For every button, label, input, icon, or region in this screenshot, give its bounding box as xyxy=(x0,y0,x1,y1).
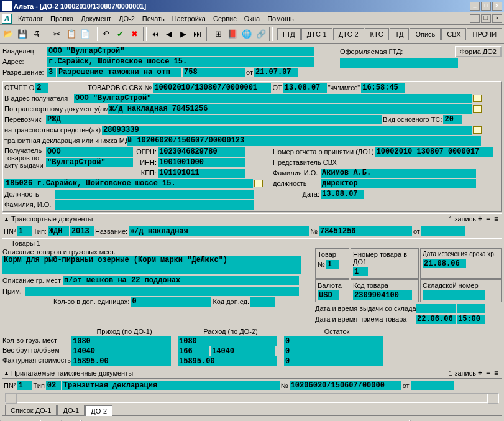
save-icon[interactable]: 💾 xyxy=(16,27,29,42)
accept-post-field[interactable]: директор xyxy=(321,179,476,188)
globe-icon[interactable]: 🌐 xyxy=(240,27,254,42)
menu-settings[interactable]: Настройка xyxy=(168,14,209,24)
stock-field[interactable] xyxy=(423,290,485,300)
tab-dts1[interactable]: ДТС-1 xyxy=(301,28,332,40)
add-row-button[interactable]: + xyxy=(476,215,484,223)
tab-dts2[interactable]: ДТС-2 xyxy=(333,28,364,40)
in-cost-field[interactable]: 15895.00 xyxy=(71,356,171,366)
recv-fio-field[interactable] xyxy=(55,200,254,210)
perm-text-field[interactable]: Разрешение таможни на отп xyxy=(57,68,181,77)
formdo2-button[interactable]: Форма ДО2 xyxy=(455,46,502,57)
currency-field[interactable]: USD xyxy=(318,290,339,300)
btab-do2[interactable]: ДО-2 xyxy=(85,405,112,416)
out-w1-field[interactable]: 166 xyxy=(178,346,209,356)
perm-date-field[interactable]: 21.07.07 xyxy=(254,68,298,77)
close-button[interactable]: × xyxy=(492,2,502,11)
band-menu-button[interactable]: ≡ xyxy=(492,215,500,223)
tovar-no-field[interactable]: 1 xyxy=(326,260,339,269)
out-cost-field[interactable]: 15895.00 xyxy=(178,356,277,366)
menu-edit[interactable]: Правка xyxy=(47,14,77,24)
trans-date-field[interactable] xyxy=(421,226,465,236)
vehicle-field[interactable]: 28093339 xyxy=(102,126,472,135)
trans-year-field[interactable]: 2013 xyxy=(70,226,94,236)
accept-num-field[interactable]: 10002010 130807 0000017 xyxy=(375,147,493,157)
trans-no-field[interactable]: 78451256 xyxy=(319,226,412,236)
note-field[interactable] xyxy=(25,287,299,296)
in-weight-field[interactable]: 14040 xyxy=(71,346,171,356)
qty-field[interactable]: 0 xyxy=(131,297,211,307)
unit-field[interactable] xyxy=(250,297,275,307)
btab-list-do1[interactable]: Список ДО-1 xyxy=(5,405,57,415)
menu-help[interactable]: Помощь xyxy=(263,14,298,24)
kpp-field[interactable]: 101101011 xyxy=(158,169,245,178)
prev-icon[interactable]: ◀ xyxy=(162,27,176,42)
trans-tip-field[interactable]: ЖДН xyxy=(48,226,69,236)
collapse-icon[interactable]: ▲ xyxy=(4,216,9,222)
open-icon[interactable]: 📂 xyxy=(1,27,15,42)
tab-gtd[interactable]: ГТД xyxy=(277,28,301,40)
menu-catalog[interactable]: Каталог xyxy=(14,14,47,24)
rest-cost-field[interactable]: 0 xyxy=(284,356,383,366)
att-date-field[interactable] xyxy=(411,381,454,390)
paste-icon[interactable]: 📄 xyxy=(78,27,92,42)
perm-num-field[interactable]: 758 xyxy=(183,68,245,77)
tree-icon[interactable]: ⊞ xyxy=(211,27,225,42)
next-icon[interactable]: ▶ xyxy=(176,27,190,42)
first-icon[interactable]: ⏮ xyxy=(149,27,162,42)
transdoc-field[interactable]: ж/д накладная 78451256 xyxy=(108,104,472,114)
tab-prochi[interactable]: ПРОЧИ xyxy=(467,28,502,40)
accept-date-field[interactable]: 13.08.07 xyxy=(321,190,364,199)
tab-kts[interactable]: КТС xyxy=(365,28,389,40)
print-icon[interactable]: 🖨 xyxy=(30,27,44,42)
remove-row-button[interactable]: − xyxy=(484,215,492,223)
check-icon[interactable]: ✔ xyxy=(114,27,127,42)
menu-print[interactable]: Печать xyxy=(139,14,168,24)
grm-field[interactable]: п/эт мешков на 22 поддонах xyxy=(63,276,299,285)
trans-pn-field[interactable]: 1 xyxy=(17,226,32,236)
expire-field[interactable]: 21.08.06 xyxy=(423,259,466,268)
report-time-field[interactable]: 16:58:45 xyxy=(361,83,405,93)
recv-time-field[interactable]: 15:00 xyxy=(457,315,485,324)
issue-date-field[interactable] xyxy=(416,304,456,313)
menu-service[interactable]: Сервис xyxy=(209,14,241,24)
book-icon[interactable]: 📕 xyxy=(226,27,239,42)
report-date-field[interactable]: 13.08.07 xyxy=(283,83,327,93)
undo-icon[interactable]: ↶ xyxy=(99,27,113,42)
out-w2-field[interactable]: 14040 xyxy=(211,346,275,356)
collapse-icon[interactable]: ▲ xyxy=(4,370,9,376)
rest-places-field[interactable]: 0 xyxy=(284,336,383,346)
in-places-field[interactable]: 1080 xyxy=(71,336,171,346)
svx-num-field[interactable]: 10002010/130807/0000001 xyxy=(153,83,271,93)
recv-date-field[interactable]: 22.06.06 xyxy=(416,315,456,324)
horizontal-scrollbar[interactable] xyxy=(5,393,499,403)
mdi-restore-button[interactable]: ❐ xyxy=(481,14,491,23)
goods-desc-field[interactable]: Корм для рыб-пираньи озерные (Корм марки… xyxy=(2,256,301,274)
tab-td[interactable]: ТД xyxy=(390,28,410,40)
remove-row-button[interactable]: − xyxy=(484,369,492,377)
maximize-button[interactable]: □ xyxy=(481,2,491,11)
menu-do2[interactable]: ДО-2 xyxy=(115,14,139,24)
link-icon[interactable]: 🔗 xyxy=(254,27,268,42)
tab-svx[interactable]: СВХ xyxy=(441,28,466,40)
maints-field[interactable]: 20 xyxy=(443,115,462,124)
accept-fio-field[interactable]: Акимов А.Б. xyxy=(321,169,476,178)
att-pn-field[interactable]: 1 xyxy=(17,381,32,390)
do1-num-field[interactable]: 1 xyxy=(353,267,368,276)
menu-windows[interactable]: Окна xyxy=(241,14,264,24)
trans-name-field[interactable]: ж/д накладная xyxy=(129,226,309,236)
addr-field[interactable]: г.Сарайск, Шойговское шоссе 15. xyxy=(47,57,314,67)
rest-weight-field[interactable]: 0 xyxy=(284,346,383,356)
code-field[interactable]: 2309904100 xyxy=(353,290,412,300)
owner-field[interactable]: ООО "ВулгарСтрой" xyxy=(47,47,314,56)
transit-field[interactable]: № 10206020/150607/00000123 xyxy=(127,136,481,146)
add-row-button[interactable]: + xyxy=(476,369,484,377)
note-icon[interactable] xyxy=(473,95,482,102)
ogrn-field[interactable]: 1023046829780 xyxy=(158,147,245,157)
recv-post-field[interactable] xyxy=(55,190,254,199)
report-num-field[interactable]: 2 xyxy=(35,83,48,93)
mdi-minimize-button[interactable]: _ xyxy=(470,14,480,23)
issue-time-field[interactable] xyxy=(457,304,485,313)
last-icon[interactable]: ⏭ xyxy=(191,27,204,42)
recv-name2-field[interactable]: "ВулгарСтрой" xyxy=(46,158,133,167)
cancel-icon[interactable]: ✖ xyxy=(127,27,141,42)
